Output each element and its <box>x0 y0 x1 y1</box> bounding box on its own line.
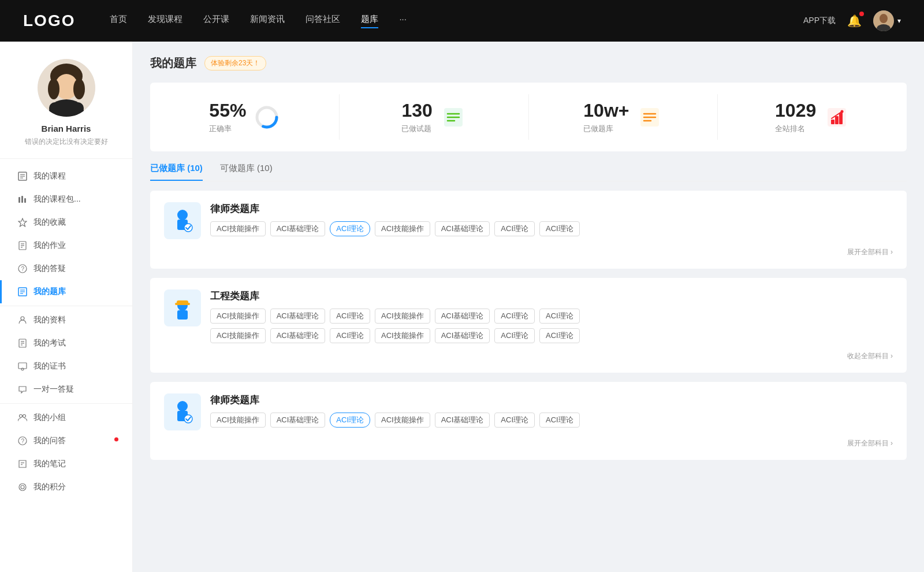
logo: LOGO <box>23 12 75 30</box>
divider-2 <box>0 403 132 404</box>
tab-done[interactable]: 已做题库 (10) <box>150 163 203 181</box>
eng-tag-r2-6[interactable]: ACI理论 <box>539 328 580 343</box>
sidebar-item-favorites[interactable]: 我的收藏 <box>0 211 132 234</box>
eng-tag-r1-6[interactable]: ACI理论 <box>539 309 580 324</box>
tag-1[interactable]: ACI基础理论 <box>270 221 326 236</box>
user-avatar-menu[interactable]: ▾ <box>873 10 901 31</box>
sidebar-item-points[interactable]: 我的积分 <box>0 476 132 499</box>
svg-rect-54 <box>831 120 834 124</box>
nav-qa[interactable]: 问答社区 <box>305 14 340 28</box>
tags-engineer-row2: ACI技能操作 ACI基础理论 ACI理论 ACI技能操作 ACI基础理论 AC… <box>210 328 893 343</box>
tag-5[interactable]: ACI理论 <box>494 221 535 236</box>
nav-more[interactable]: ··· <box>399 14 407 28</box>
profile-motto: 错误的决定比没有决定要好 <box>25 137 108 147</box>
eng-tag-r1-2[interactable]: ACI理论 <box>330 309 370 324</box>
eng-tag-r1-0[interactable]: ACI技能操作 <box>210 309 266 324</box>
l2-tag-0[interactable]: ACI技能操作 <box>210 413 266 428</box>
sidebar-label-info: 我的资料 <box>33 315 66 325</box>
tag-3[interactable]: ACI技能操作 <box>375 221 430 236</box>
l2-tag-1[interactable]: ACI基础理论 <box>270 413 326 428</box>
l2-tag-4[interactable]: ACI基础理论 <box>435 413 490 428</box>
rank-icon <box>824 105 850 130</box>
svg-rect-63 <box>175 303 190 305</box>
main-content: 我的题库 体验剩余23天！ 55% 正确率 <box>133 42 924 572</box>
l2-tag-3[interactable]: ACI技能操作 <box>375 413 430 428</box>
sidebar-label-qbank: 我的题库 <box>33 287 66 297</box>
sidebar-item-exam[interactable]: 我的考试 <box>0 332 132 355</box>
expand-link-lawyer-2[interactable]: 展开全部科目 › <box>164 439 893 448</box>
nav-open-course[interactable]: 公开课 <box>203 14 229 28</box>
sidebar-item-group[interactable]: 我的小组 <box>0 406 132 429</box>
svg-point-42 <box>21 485 24 489</box>
tab-todo[interactable]: 可做题库 (10) <box>220 163 273 181</box>
qbank-card-lawyer-1: 律师类题库 ACI技能操作 ACI基础理论 ACI理论 ACI技能操作 ACI基… <box>150 191 907 269</box>
eng-tag-r2-4[interactable]: ACI基础理论 <box>435 328 490 343</box>
svg-point-41 <box>19 484 26 491</box>
tag-6[interactable]: ACI理论 <box>539 221 580 236</box>
eng-tag-r2-5[interactable]: ACI理论 <box>494 328 535 343</box>
app-download-link[interactable]: APP下载 <box>803 16 836 26</box>
stat-accuracy-label: 正确率 <box>209 124 246 134</box>
sidebar-label-points: 我的积分 <box>33 482 66 492</box>
nav-news[interactable]: 新闻资讯 <box>250 14 285 28</box>
l2-tag-6[interactable]: ACI理论 <box>539 413 580 428</box>
bell-icon: 🔔 <box>847 14 862 27</box>
page-layout: Brian Harris 错误的决定比没有决定要好 我的课程 我的课程包... <box>0 42 924 572</box>
svg-rect-55 <box>835 116 839 124</box>
sidebar-label-my-qa: 我的答疑 <box>33 263 66 274</box>
lawyer-qbank-icon-2 <box>164 393 201 430</box>
tag-2-active[interactable]: ACI理论 <box>330 221 370 236</box>
stat-questions-done: 130 已做试题 <box>340 94 529 140</box>
stat-questions-done-text: 130 已做试题 <box>401 100 432 134</box>
eng-tag-r2-2[interactable]: ACI理论 <box>330 328 370 343</box>
l2-tag-2-active[interactable]: ACI理论 <box>330 413 370 428</box>
nav-discover[interactable]: 发现课程 <box>148 14 182 28</box>
eng-tag-r1-5[interactable]: ACI理论 <box>494 309 535 324</box>
l2-tag-5[interactable]: ACI理论 <box>494 413 535 428</box>
sidebar-label-homework: 我的作业 <box>33 240 66 251</box>
navbar-right: APP下载 🔔 ▾ <box>803 10 901 31</box>
sidebar-item-cert[interactable]: 我的证书 <box>0 355 132 378</box>
tag-4[interactable]: ACI基础理论 <box>435 221 490 236</box>
eng-tag-r2-1[interactable]: ACI基础理论 <box>270 328 326 343</box>
qbank-card-engineer: 工程类题库 ACI技能操作 ACI基础理论 ACI理论 ACI技能操作 ACI基… <box>150 278 907 373</box>
tag-0[interactable]: ACI技能操作 <box>210 221 266 236</box>
notes-icon <box>17 459 28 469</box>
tags-engineer-row1: ACI技能操作 ACI基础理论 ACI理论 ACI技能操作 ACI基础理论 AC… <box>210 309 893 324</box>
eng-tag-r2-3[interactable]: ACI技能操作 <box>375 328 430 343</box>
sidebar-item-course[interactable]: 我的课程 <box>0 165 132 188</box>
sidebar-item-notes[interactable]: 我的笔记 <box>0 452 132 476</box>
eng-tag-r1-1[interactable]: ACI基础理论 <box>270 309 326 324</box>
group-icon <box>17 413 28 423</box>
expand-link-engineer[interactable]: 收起全部科目 › <box>164 351 893 361</box>
notification-bell[interactable]: 🔔 <box>847 14 862 28</box>
eng-tag-r1-3[interactable]: ACI技能操作 <box>375 309 430 324</box>
exam-icon <box>17 338 28 348</box>
eng-tag-r2-0[interactable]: ACI技能操作 <box>210 328 266 343</box>
stat-accuracy-value: 55% <box>209 100 246 121</box>
stat-rank-label: 全站排名 <box>775 124 816 134</box>
eng-tag-r1-4[interactable]: ACI基础理论 <box>435 309 490 324</box>
accuracy-icon <box>254 105 280 130</box>
expand-link-lawyer-1[interactable]: 展开全部科目 › <box>164 247 893 257</box>
svg-point-7 <box>73 79 85 99</box>
sidebar-item-my-qa[interactable]: ? 我的答疑 <box>0 257 132 280</box>
nav-qbank[interactable]: 题库 <box>361 14 378 28</box>
sidebar-item-questions[interactable]: ? 我的问答 <box>0 429 132 452</box>
sidebar: Brian Harris 错误的决定比没有决定要好 我的课程 我的课程包... <box>0 42 133 572</box>
page-header: 我的题库 体验剩余23天！ <box>150 55 907 71</box>
sidebar-label-questions: 我的问答 <box>33 436 66 446</box>
trial-badge: 体验剩余23天！ <box>204 56 266 70</box>
sidebar-item-1on1[interactable]: 一对一答疑 <box>0 378 132 401</box>
sidebar-item-qbank[interactable]: 我的题库 <box>0 280 132 303</box>
qbank-info-lawyer-1: 律师类题库 ACI技能操作 ACI基础理论 ACI理论 ACI技能操作 ACI基… <box>210 202 893 236</box>
sidebar-item-course-pkg[interactable]: 我的课程包... <box>0 188 132 211</box>
qbank-card-lawyer-2: 律师类题库 ACI技能操作 ACI基础理论 ACI理论 ACI技能操作 ACI基… <box>150 382 907 460</box>
stat-questions-done-label: 已做试题 <box>401 124 432 134</box>
sidebar-item-info[interactable]: 我的资料 <box>0 309 132 332</box>
sidebar-label-course-pkg: 我的课程包... <box>33 194 81 205</box>
sidebar-item-homework[interactable]: 我的作业 <box>0 234 132 257</box>
svg-point-36 <box>23 415 26 418</box>
nav-home[interactable]: 首页 <box>110 14 127 28</box>
stats-row: 55% 正确率 130 已做试题 <box>150 83 907 151</box>
